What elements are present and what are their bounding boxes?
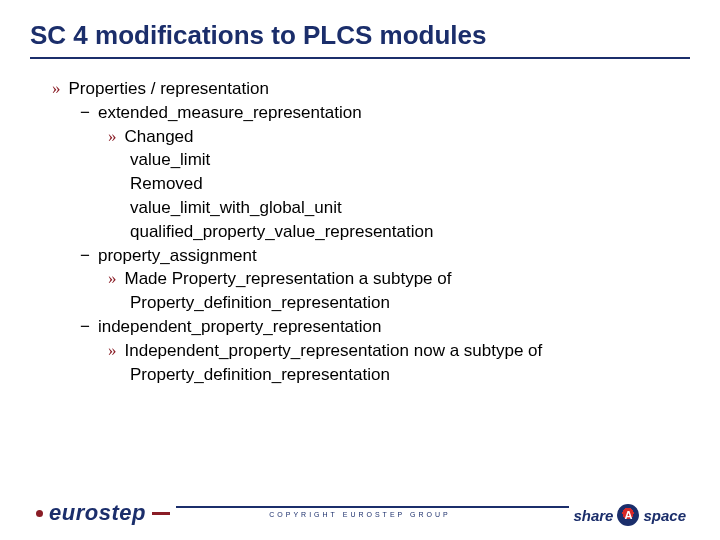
bullet-level3: »Changed — [30, 125, 690, 149]
dot-icon — [36, 510, 43, 517]
slide-title: SC 4 modifications to PLCS modules — [30, 20, 690, 59]
text-sub2: property_assignment — [98, 246, 257, 265]
text-sub2-l3a: Made Property_representation a subtype o… — [125, 269, 452, 288]
dash-icon: − — [80, 101, 90, 125]
dash-icon: − — [80, 244, 90, 268]
dash-icon — [152, 512, 170, 515]
text-line: Property_definition_representation — [30, 363, 690, 387]
text-sub3-l3a: Independent_property_representation now … — [125, 341, 543, 360]
bullet-level3: »Independent_property_representation now… — [30, 339, 690, 363]
text-sub1: extended_measure_representation — [98, 103, 362, 122]
copyright-text: COPYRIGHT EUROSTEP GROUP — [263, 511, 456, 518]
raquo-icon: » — [108, 125, 117, 149]
logo-right-2: space — [643, 507, 686, 524]
text-line: qualified_property_value_representation — [30, 220, 690, 244]
text-l1: Properties / representation — [69, 79, 269, 98]
slide: SC 4 modifications to PLCS modules »Prop… — [0, 0, 720, 540]
bullet-level1: »Properties / representation — [30, 77, 690, 101]
bullet-level2: −extended_measure_representation — [30, 101, 690, 125]
logo-text: eurostep — [49, 500, 146, 526]
dash-icon: − — [80, 315, 90, 339]
text-line: Removed — [30, 172, 690, 196]
text-line: Property_definition_representation — [30, 291, 690, 315]
bullet-level2: −independent_property_representation — [30, 315, 690, 339]
text-line: value_limit_with_global_unit — [30, 196, 690, 220]
raquo-icon: » — [108, 339, 117, 363]
logo-eurostep: eurostep — [30, 500, 176, 526]
logo-right-1: share — [573, 507, 613, 524]
text-line: value_limit — [30, 148, 690, 172]
logo-sharespace: share A space — [569, 504, 690, 526]
text-sub3: independent_property_representation — [98, 317, 382, 336]
bullet-level2: −property_assignment — [30, 244, 690, 268]
slide-content: »Properties / representation −extended_m… — [30, 77, 690, 386]
logo-a-icon: A — [617, 504, 639, 526]
text-sub1-l3: Changed — [125, 127, 194, 146]
bullet-level3: »Made Property_representation a subtype … — [30, 267, 690, 291]
footer: eurostep COPYRIGHT EUROSTEP GROUP share … — [0, 476, 720, 526]
raquo-icon: » — [52, 77, 61, 101]
raquo-icon: » — [108, 267, 117, 291]
